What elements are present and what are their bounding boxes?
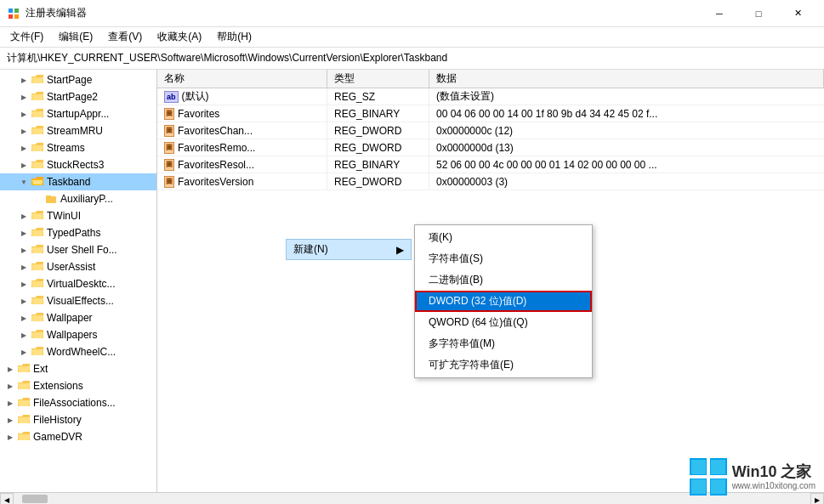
- col-header-type: 类型: [327, 70, 429, 88]
- cell-type-3: REG_DWORD: [327, 139, 429, 156]
- menu-help[interactable]: 帮助(H): [210, 28, 259, 47]
- scroll-thumb[interactable]: [22, 495, 48, 503]
- tree-arrow: [17, 345, 31, 359]
- tree-arrow: [17, 243, 31, 257]
- tree-item-filehistory[interactable]: FileHistory: [0, 411, 156, 428]
- tree-label-ext: Ext: [33, 363, 153, 375]
- registry-values-panel: 名称 类型 数据 ab (默认) REG_SZ (数值未设置) 圖 Favori…: [157, 70, 824, 492]
- menu-edit[interactable]: 编辑(E): [52, 28, 99, 47]
- tree-label-startpage2: StartPage2: [47, 91, 153, 103]
- tree-item-ext[interactable]: Ext: [0, 360, 156, 377]
- folder-icon: [31, 226, 44, 240]
- tree-label-stuckrects3: StuckRects3: [47, 159, 153, 171]
- menu-view[interactable]: 查看(V): [101, 28, 149, 47]
- tree-arrow: [3, 379, 17, 393]
- tree-item-extensions[interactable]: Extensions: [0, 377, 156, 394]
- tree-item-userassist[interactable]: UserAssist: [0, 258, 156, 275]
- table-row[interactable]: 圖 FavoritesRemo... REG_DWORD 0x0000000d …: [157, 139, 824, 156]
- tree-item-stuckrects3[interactable]: StuckRects3: [0, 156, 156, 173]
- tree-item-taskband[interactable]: Taskband: [0, 173, 156, 190]
- table-body[interactable]: ab (默认) REG_SZ (数值未设置) 圖 Favorites REG_B…: [157, 88, 824, 492]
- tree-item-streams[interactable]: Streams: [0, 139, 156, 156]
- tree-item-fileassociations[interactable]: FileAssociations...: [0, 394, 156, 411]
- tree-arrow: [17, 90, 31, 104]
- cell-type-0: REG_SZ: [327, 88, 429, 105]
- registry-tree[interactable]: StartPage StartPage2 StartupAppr... Stre…: [0, 70, 157, 492]
- close-button[interactable]: ✕: [778, 0, 817, 27]
- folder-icon: [31, 90, 44, 104]
- row-2-name: FavoritesChan...: [178, 125, 253, 137]
- menu-favorites[interactable]: 收藏夹(A): [151, 28, 208, 47]
- reg-dword-icon: 圖: [164, 176, 174, 188]
- tree-item-startpage[interactable]: StartPage: [0, 71, 156, 88]
- folder-icon: [31, 73, 44, 87]
- tree-label-usershellfo: User Shell Fo...: [47, 244, 153, 256]
- address-path: 计算机\HKEY_CURRENT_USER\Software\Microsoft…: [7, 51, 447, 65]
- tree-arrow: [3, 430, 17, 444]
- tree-item-virtualdesktc[interactable]: VirtualDesktc...: [0, 275, 156, 292]
- svg-rect-2: [9, 14, 13, 19]
- tree-item-startpage2[interactable]: StartPage2: [0, 88, 156, 105]
- tree-arrow: [17, 226, 31, 240]
- cell-name-4: 圖 FavoritesResol...: [157, 156, 327, 173]
- folder-icon: [31, 243, 44, 257]
- table-row[interactable]: 圖 FavoritesResol... REG_BINARY 52 06 00 …: [157, 156, 824, 173]
- table-row[interactable]: 圖 FavoritesChan... REG_DWORD 0x0000000c …: [157, 122, 824, 139]
- tree-item-usershellfo[interactable]: User Shell Fo...: [0, 241, 156, 258]
- tree-item-auxiliaryp[interactable]: AuxiliaryP...: [0, 190, 156, 207]
- tree-label-typedpaths: TypedPaths: [47, 227, 153, 239]
- minimize-button[interactable]: ─: [700, 0, 739, 27]
- folder-icon: [31, 328, 44, 342]
- tree-label-taskband: Taskband: [47, 176, 153, 188]
- table-row[interactable]: 圖 FavoritesVersion REG_DWORD 0x00000003 …: [157, 173, 824, 190]
- folder-icon: [17, 430, 31, 444]
- scroll-right-btn[interactable]: ▶: [810, 493, 824, 504]
- tree-label-wallpapers: Wallpapers: [47, 329, 153, 341]
- tree-label-auxiliaryp: AuxiliaryP...: [60, 193, 153, 205]
- folder-icon: [31, 311, 44, 325]
- cell-data-5: 0x00000003 (3): [429, 173, 824, 190]
- tree-item-typedpaths[interactable]: TypedPaths: [0, 224, 156, 241]
- cell-type-1: REG_BINARY: [327, 105, 429, 122]
- cell-data-4: 52 06 00 00 4c 00 00 00 01 14 02 00 00 0…: [429, 156, 824, 173]
- app-icon: [7, 7, 20, 20]
- title-bar: 注册表编辑器 ─ □ ✕: [0, 0, 824, 27]
- tree-item-startupappr[interactable]: StartupAppr...: [0, 105, 156, 122]
- tree-item-twinui[interactable]: TWinUI: [0, 207, 156, 224]
- tree-item-wallpaper[interactable]: Wallpaper: [0, 309, 156, 326]
- tree-item-visualeffects[interactable]: VisualEffects...: [0, 292, 156, 309]
- cell-data-2: 0x0000000c (12): [429, 122, 824, 139]
- tree-item-streammru[interactable]: StreamMRU: [0, 122, 156, 139]
- tree-arrow: [17, 175, 31, 189]
- maximize-button[interactable]: □: [739, 0, 778, 27]
- folder-icon: [17, 413, 31, 427]
- col-header-name: 名称: [157, 70, 327, 88]
- horizontal-scrollbar[interactable]: ◀ ▶: [0, 492, 824, 504]
- tree-item-wallpapers[interactable]: Wallpapers: [0, 326, 156, 343]
- table-row[interactable]: 圖 Favorites REG_BINARY 00 04 06 00 00 14…: [157, 105, 824, 122]
- reg-ab-icon: ab: [164, 91, 179, 103]
- tree-arrow: [17, 141, 31, 155]
- tree-arrow: [17, 294, 31, 308]
- folder-icon-open: [31, 175, 44, 189]
- folder-icon: [31, 209, 44, 223]
- menu-file[interactable]: 文件(F): [3, 28, 50, 47]
- tree-arrow: [17, 158, 31, 172]
- title-bar-left: 注册表编辑器: [7, 6, 87, 20]
- folder-icon: [17, 362, 31, 376]
- window-controls: ─ □ ✕: [700, 0, 817, 27]
- cell-name-5: 圖 FavoritesVersion: [157, 173, 327, 190]
- cell-data-0: (数值未设置): [429, 88, 824, 105]
- row-1-name: Favorites: [178, 108, 219, 120]
- folder-icon: [31, 260, 44, 274]
- tree-arrow: [3, 396, 17, 410]
- scroll-left-btn[interactable]: ◀: [0, 493, 14, 504]
- folder-icon-small: [44, 192, 58, 206]
- tree-label-fileassociations: FileAssociations...: [33, 397, 153, 409]
- tree-label-streams: Streams: [47, 142, 153, 154]
- row-5-name: FavoritesVersion: [178, 176, 253, 188]
- tree-item-gamedvr[interactable]: GameDVR: [0, 428, 156, 445]
- tree-item-wordwheelc[interactable]: WordWheelC...: [0, 343, 156, 360]
- table-row[interactable]: ab (默认) REG_SZ (数值未设置): [157, 88, 824, 105]
- folder-icon: [31, 124, 44, 138]
